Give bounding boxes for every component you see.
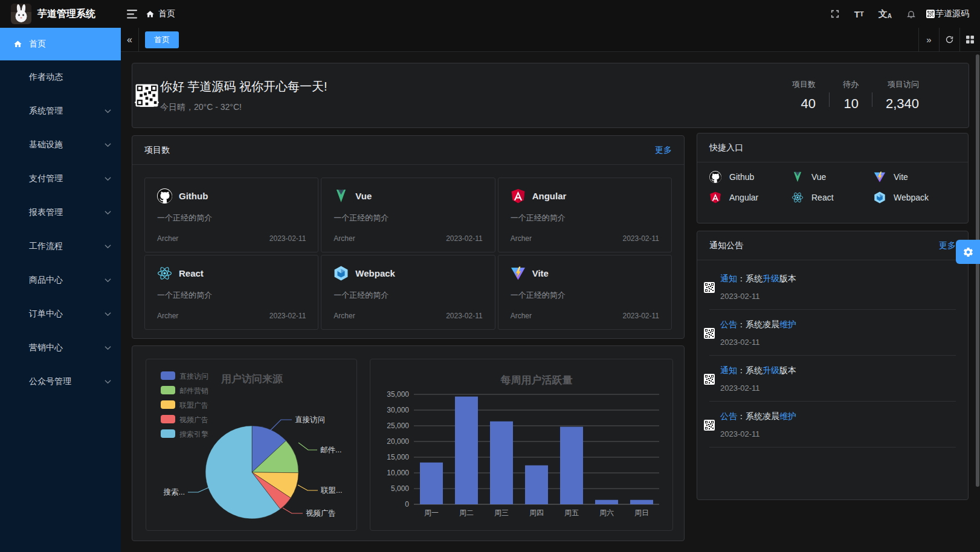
notice-item[interactable]: 公告：系统凌晨维护2023-02-11 [709,310,956,355]
breadcrumb[interactable]: 首页 [146,8,175,19]
quick-link-github[interactable]: Github [709,171,791,183]
greeting-text: 你好 芋道源码 祝你开心每一天! [160,79,327,95]
svg-text:25,000: 25,000 [387,422,409,430]
project-date: 2023-02-11 [623,234,660,243]
chevron-down-icon [105,109,111,114]
quick-link-webpack[interactable]: Webpack [874,191,956,204]
notice-date: 2023-02-11 [720,384,796,393]
vue-icon [791,171,804,183]
notice-card-title: 通知公告 [709,240,743,251]
notice-item[interactable]: 通知：系统升级版本2023-02-11 [709,264,956,309]
project-card-github[interactable]: Github一个正经的简介Archer2023-02-11 [144,178,318,252]
project-date: 2023-02-11 [446,312,483,320]
sidebar-item-1[interactable]: 作者动态 [0,60,121,94]
stat-1: 待办10 [843,79,859,112]
quick-entry-card: 快捷入口 GithubVueViteAngularReactWebpack [697,133,969,223]
logo-area[interactable]: 芋道管理系统 [0,4,121,24]
project-desc: 一个正经的简介 [511,213,659,223]
tabs-collapse-left-icon[interactable]: « [121,28,139,52]
project-card-webpack[interactable]: Webpack一个正经的简介Archer2023-02-11 [321,255,495,330]
user-menu[interactable]: 芋道源码 [930,8,969,19]
quick-link-vite[interactable]: Vite [874,171,956,183]
sidebar-item-9[interactable]: 营销中心 [0,331,121,365]
tab-home[interactable]: 首页 [145,31,179,48]
svg-text:周三: 周三 [494,509,509,517]
notice-card: 通知公告 更多 通知：系统升级版本2023-02-11 公告：系统凌晨维护202… [697,231,969,500]
svg-text:搜索...: 搜索... [164,488,185,496]
sidebar-menu: 首页作者动态系统管理基础设施支付管理报表管理工作流程商品中心订单中心营销中心公众… [0,28,121,552]
svg-text:用户访问来源: 用户访问来源 [221,373,283,385]
notice-title: 公告：系统凌晨维护 [720,319,796,330]
quick-link-angular[interactable]: Angular [709,191,791,204]
tabs-grid-icon[interactable] [959,28,980,52]
svg-text:周五: 周五 [564,509,579,517]
settings-button[interactable] [956,240,980,264]
project-card-react[interactable]: React一个正经的简介Archer2023-02-11 [144,255,318,330]
sidebar-item-8[interactable]: 订单中心 [0,297,121,331]
page-scrollbar[interactable] [976,54,979,487]
sidebar-item-6[interactable]: 工作流程 [0,229,121,263]
notice-title: 通知：系统升级版本 [720,365,796,376]
sidebar-item-label: 订单中心 [29,309,63,319]
svg-text:视频广告: 视频广告 [306,509,336,518]
font-size-icon[interactable]: TT [854,9,864,19]
projects-more-link[interactable]: 更多 [655,145,672,156]
stat-label: 项目数 [792,79,816,90]
menu-fold-icon[interactable] [127,10,137,19]
language-icon[interactable]: 文A [878,8,892,20]
greeting-card: 你好 芋道源码 祝你开心每一天! 今日晴，20°C - 32°C! 项目数40待… [132,63,969,128]
bar-chart-weekly-active[interactable]: 每周用户活跃量05,00010,00015,00020,00025,00030,… [370,359,673,531]
project-name: Angular [532,191,567,201]
quick-link-react[interactable]: React [791,191,874,204]
project-card-vite[interactable]: Vite一个正经的简介Archer2023-02-11 [498,255,672,330]
project-author: Archer [334,234,355,243]
notice-title: 公告：系统凌晨维护 [720,411,796,422]
chevron-down-icon [105,346,111,350]
projects-card: 项目数 更多 Github一个正经的简介Archer2023-02-11Vue一… [132,135,685,339]
bell-icon[interactable] [906,9,916,19]
sidebar-item-home[interactable]: 首页 [0,28,121,60]
quick-link-label: React [811,193,834,202]
stat-label: 项目访问 [888,79,919,90]
app-title: 芋道管理系统 [37,8,95,21]
project-card-vue[interactable]: Vue一个正经的简介Archer2023-02-11 [321,178,495,252]
fullscreen-icon[interactable] [830,9,840,19]
notice-title: 通知：系统升级版本 [720,274,796,284]
sidebar-item-5[interactable]: 报表管理 [0,196,121,229]
svg-text:周六: 周六 [599,509,614,517]
refresh-icon[interactable] [939,28,959,52]
project-card-angular[interactable]: Angular一个正经的简介Archer2023-02-11 [498,178,672,252]
sidebar-item-3[interactable]: 基础设施 [0,128,121,162]
chevron-down-icon [105,177,111,181]
sidebar-item-label: 系统管理 [29,106,63,117]
react-icon [791,191,804,204]
stat-divider [829,92,830,107]
pie-chart-user-source[interactable]: 用户访问来源直接访问邮件营销联盟广告视频广告搜索引擎直接访问邮件...联盟...… [146,359,357,531]
chevron-down-icon [105,312,111,316]
notice-date: 2023-02-11 [720,429,796,438]
vite-icon [874,171,886,183]
sidebar-item-2[interactable]: 系统管理 [0,94,121,128]
project-name: Vite [532,268,549,278]
svg-text:周日: 周日 [634,509,649,517]
svg-text:15,000: 15,000 [387,453,409,461]
quick-entry-title: 快捷入口 [709,143,743,153]
project-name: React [179,268,204,278]
project-name: Vue [355,191,372,201]
sidebar-item-10[interactable]: 公众号管理 [0,365,121,399]
notice-more-link[interactable]: 更多 [939,240,956,251]
sidebar-item-4[interactable]: 支付管理 [0,162,121,196]
notice-date: 2023-02-11 [720,292,796,301]
quick-link-vue[interactable]: Vue [791,171,874,183]
github-icon [157,188,172,204]
project-desc: 一个正经的简介 [511,290,659,301]
sidebar-item-label: 营销中心 [29,342,63,353]
gear-icon [962,246,974,258]
notice-item[interactable]: 公告：系统凌晨维护2023-02-11 [709,402,956,447]
quick-link-label: Vue [811,172,826,182]
notice-item[interactable]: 通知：系统升级版本2023-02-11 [709,356,956,401]
tabs-expand-right-icon[interactable]: » [918,28,939,52]
sidebar-item-7[interactable]: 商品中心 [0,263,121,297]
project-date: 2023-02-11 [269,312,306,320]
home-icon [13,40,22,49]
